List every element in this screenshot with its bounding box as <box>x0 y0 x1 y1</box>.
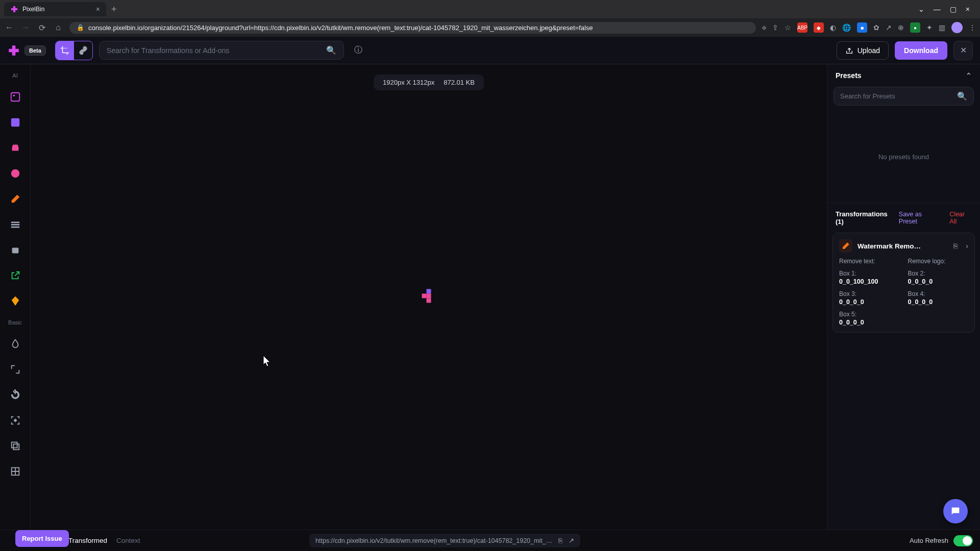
url-preview: https://cdn.pixelbin.io/v2/tutkit/wm.rem… <box>309 534 580 547</box>
rail-ai-label: AI <box>12 72 17 79</box>
extension-icons: ⎆ ⇪ ☆ ABP ◆ ◐ 🌐 ■ ✿ ↗ ⊕ ● ✦ ▥ ⋮ <box>762 22 976 33</box>
robot-icon <box>10 244 21 256</box>
presets-header[interactable]: Presets ⌃ <box>827 64 980 87</box>
share-icon[interactable]: ⇪ <box>772 23 778 32</box>
svg-rect-8 <box>427 289 431 294</box>
save-preset-link[interactable]: Save as Preset <box>899 211 940 225</box>
extension-icon[interactable]: ● <box>910 22 920 33</box>
chat-button[interactable] <box>943 499 968 523</box>
url-box[interactable]: 🔒 console.pixelbin.io/organization/21526… <box>69 22 756 34</box>
preset-search[interactable]: 🔍 <box>834 87 974 106</box>
rail-tool-ai-gen[interactable] <box>6 241 24 259</box>
mode-design-button[interactable] <box>56 41 74 60</box>
focus-icon <box>10 415 21 426</box>
transformation-title: Watermark Remo… <box>857 242 948 250</box>
search-input[interactable] <box>107 46 321 55</box>
download-button[interactable]: Download <box>895 41 947 60</box>
preset-search-input[interactable] <box>840 92 957 100</box>
star-icon[interactable]: ☆ <box>785 23 791 32</box>
left-rail: AI Basic <box>0 64 31 530</box>
field-label: Box 5: <box>839 311 900 318</box>
tab-close-icon[interactable]: × <box>96 5 100 13</box>
app-logo-icon <box>7 44 20 57</box>
mode-code-button[interactable] <box>74 41 92 60</box>
copy-url-icon[interactable]: ⎘ <box>558 537 562 544</box>
field-label: Remove text: <box>839 258 900 265</box>
extension-icon[interactable]: ■ <box>857 22 867 33</box>
svg-rect-5 <box>11 442 17 448</box>
rail-tool-tag[interactable] <box>6 215 24 234</box>
grid-icon <box>10 466 21 477</box>
image-dimensions: 1920px X 1312px <box>383 79 434 86</box>
clear-all-link[interactable]: Clear All <box>949 211 972 225</box>
profile-avatar[interactable] <box>951 22 963 33</box>
forward-button[interactable]: → <box>20 23 31 32</box>
auto-refresh-group: Auto Refresh <box>910 535 973 546</box>
back-button[interactable]: ← <box>4 23 14 32</box>
tab-favicon-icon <box>10 5 18 13</box>
minimize-icon[interactable]: — <box>934 5 941 13</box>
reload-button[interactable]: ⟳ <box>37 23 47 33</box>
upload-button[interactable]: Upload <box>837 41 889 60</box>
upload-label: Upload <box>857 46 880 55</box>
svg-rect-0 <box>11 93 19 102</box>
extension-icon[interactable]: ⊕ <box>898 23 904 32</box>
extension-icon[interactable]: ↗ <box>886 23 892 32</box>
field-label: Box 4: <box>908 290 969 297</box>
extensions-menu-icon[interactable]: ✦ <box>926 23 933 32</box>
field-remove-logo: Remove logo: <box>908 258 969 265</box>
rail-tool-blur[interactable] <box>6 335 24 353</box>
tab-context[interactable]: Context <box>116 537 140 544</box>
rail-tool-export[interactable] <box>6 266 24 285</box>
sidepanel-icon[interactable]: ▥ <box>939 23 945 32</box>
translate-icon[interactable]: ⎆ <box>762 23 766 32</box>
rail-tool-erase-bg[interactable] <box>6 88 24 106</box>
auto-refresh-toggle[interactable] <box>953 535 973 546</box>
field-remove-text: Remove text: <box>839 258 900 265</box>
extension-icon[interactable]: ◐ <box>830 23 836 32</box>
rail-tool-palette[interactable] <box>6 292 24 310</box>
rail-tool-crop[interactable] <box>6 411 24 430</box>
presets-title: Presets <box>836 71 862 80</box>
field-box3: Box 3: 0_0_0_0 <box>839 290 900 306</box>
main-layout: AI Basic 1920px X 1312px 872.01 KB <box>0 64 980 530</box>
browser-tab[interactable]: PixelBin × <box>4 2 106 16</box>
field-value: 0_0_0_0 <box>908 298 969 306</box>
field-value: 0_0_0_0 <box>908 278 969 285</box>
topbar-actions: Upload Download ✕ <box>837 41 973 60</box>
chain-icon <box>79 46 88 55</box>
transformation-card: Watermark Remo… ⎘ › Remove text: Remove … <box>832 233 975 333</box>
tab-transformed[interactable]: Transformed <box>68 537 107 544</box>
rail-tool-frame[interactable] <box>6 437 24 455</box>
open-url-icon[interactable]: ↗ <box>569 537 574 544</box>
rail-tool-face[interactable] <box>6 164 24 183</box>
new-tab-button[interactable]: + <box>111 4 117 15</box>
search-icon[interactable]: 🔍 <box>326 45 336 55</box>
svg-rect-6 <box>13 444 19 449</box>
menu-icon[interactable]: ⋮ <box>969 23 976 32</box>
close-window-icon[interactable]: × <box>966 5 970 13</box>
search-transformations[interactable]: 🔍 <box>99 41 344 60</box>
rail-tool-resize[interactable] <box>6 360 24 379</box>
globe-icon[interactable]: 🌐 <box>842 23 851 32</box>
report-issue-button[interactable]: Report Issue <box>15 530 69 547</box>
rail-tool-watermark[interactable] <box>6 190 24 208</box>
field-value: 0_0_0_0 <box>839 319 900 326</box>
chat-icon <box>950 506 961 517</box>
rail-tool-grid[interactable] <box>6 462 24 481</box>
rail-tool-upscale[interactable] <box>6 113 24 132</box>
image-sparkle-icon <box>10 91 21 103</box>
maximize-icon[interactable]: ▢ <box>950 5 957 13</box>
close-panel-button[interactable]: ✕ <box>953 41 973 60</box>
search-icon[interactable]: 🔍 <box>957 91 967 101</box>
chevron-down-icon[interactable]: ⌄ <box>918 5 924 13</box>
info-icon[interactable]: ⓘ <box>354 45 362 56</box>
rail-tool-rotate[interactable] <box>6 386 24 404</box>
copy-icon[interactable]: ⎘ <box>953 242 958 250</box>
rail-tool-enhance[interactable] <box>6 139 24 157</box>
extension-icon[interactable]: ✿ <box>873 23 879 32</box>
abp-extension-icon[interactable]: ABP <box>797 22 807 33</box>
extension-icon[interactable]: ◆ <box>814 22 824 33</box>
chevron-right-icon[interactable]: › <box>966 242 968 250</box>
home-button[interactable]: ⌂ <box>53 23 63 32</box>
